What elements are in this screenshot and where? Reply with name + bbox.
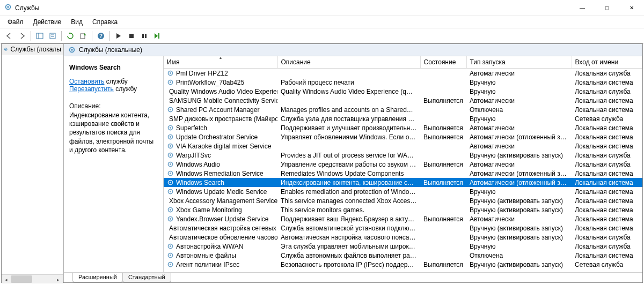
col-header-name[interactable]: Имя▴ (164, 56, 277, 69)
start-service-button[interactable] (113, 30, 125, 42)
service-state (420, 78, 466, 87)
toolbar: ? (0, 28, 644, 43)
menu-action[interactable]: Действие (29, 17, 66, 27)
table-row[interactable]: Shared PC Account ManagerManages profile… (164, 105, 642, 114)
svg-rect-2 (36, 33, 43, 39)
properties-button[interactable] (47, 30, 58, 42)
service-startup: Вручную (активировать запуск) (466, 260, 572, 269)
service-name: Автоматическая настройка сетевых ... (169, 225, 277, 232)
svg-point-15 (5, 49, 6, 50)
service-description: Manages profiles and accounts on a Share… (277, 105, 420, 114)
svg-rect-4 (50, 33, 55, 39)
restart-service-button[interactable] (151, 30, 163, 42)
col-header-description[interactable]: Описание (277, 56, 420, 69)
service-name: Автонастройка WWAN (176, 243, 243, 250)
service-state: Выполняется (420, 214, 466, 223)
restart-service-link[interactable]: Перезапустить (69, 85, 114, 93)
svg-point-35 (170, 145, 171, 147)
service-name: VIA Karaoke digital mixer Service (176, 143, 271, 150)
service-name: WarpJITSvc (176, 152, 211, 159)
svg-point-59 (170, 255, 171, 256)
service-logon: Локальная система (572, 205, 642, 214)
tree-scroll-left[interactable]: ◂ (2, 275, 11, 282)
table-row[interactable]: SMP дисковых пространств (Майкрос...Служ… (164, 114, 642, 123)
tree-scroll-thumb[interactable] (11, 275, 32, 282)
service-icon (167, 79, 174, 86)
table-row[interactable]: Автономные файлыСлужба автономных файлов… (164, 251, 642, 260)
table-row[interactable]: Xbox Accessory Management ServiceThis se… (164, 196, 642, 205)
description-label: Описание: (69, 102, 158, 110)
service-state (420, 87, 466, 96)
pause-service-button[interactable] (138, 30, 150, 42)
show-hide-tree-button[interactable] (34, 30, 46, 42)
table-row[interactable]: Автоматическое обновление часово...Автом… (164, 233, 642, 242)
service-state (420, 105, 466, 114)
svg-rect-11 (142, 34, 144, 38)
service-icon (167, 124, 174, 131)
tab-extended[interactable]: Расширенный (72, 273, 123, 282)
service-name: Update Orchestrator Service (176, 133, 258, 141)
tree-root-services[interactable]: Службы (локалы (2, 44, 63, 55)
menu-file[interactable]: Файл (3, 17, 28, 27)
service-logon: Локальная система (572, 223, 642, 233)
stop-service-button[interactable] (126, 30, 137, 42)
service-startup: Автоматически (отложенный запуск) (466, 132, 572, 141)
service-logon: Локальная система (572, 169, 642, 178)
titlebar: Службы — □ ✕ (0, 0, 644, 16)
table-row[interactable]: SAMSUNG Mobile Connectivity ServiceВыпол… (164, 96, 642, 105)
menu-help[interactable]: Справка (88, 17, 122, 27)
minimize-button[interactable]: — (570, 0, 595, 16)
table-row[interactable]: Windows AudioУправление средствами работ… (164, 160, 642, 169)
service-description: Поддерживает ваш Яндекс.Браузер в актуал… (277, 214, 420, 223)
col-header-state[interactable]: Состояние (420, 56, 466, 69)
tab-standard[interactable]: Стандартный (122, 273, 171, 282)
svg-point-57 (170, 245, 171, 247)
forward-button[interactable] (16, 30, 28, 42)
table-row[interactable]: Windows Update Medic ServiceEnables reme… (164, 187, 642, 196)
table-row[interactable]: SuperfetchПоддерживает и улучшает произв… (164, 123, 642, 132)
svg-point-19 (170, 72, 171, 74)
col-header-logon[interactable]: Вход от имени (572, 56, 642, 69)
table-row[interactable]: Update Orchestrator ServiceУправляет обн… (164, 132, 642, 141)
service-name: SMP дисковых пространств (Майкрос... (169, 115, 277, 123)
service-startup: Вручную (активировать запуск) (466, 151, 572, 160)
service-icon (167, 161, 174, 168)
export-button[interactable] (77, 30, 89, 42)
svg-rect-7 (80, 34, 85, 39)
service-description: Управляет обновлениями Windows. Если она… (277, 132, 420, 141)
service-description: Служба автоматической установки подключе… (277, 223, 420, 233)
table-row[interactable]: Xbox Game MonitoringThis service monitor… (164, 205, 642, 214)
col-header-startup[interactable]: Тип запуска (466, 56, 572, 69)
table-row[interactable]: Pml Driver HPZ12АвтоматическиЛокальная с… (164, 69, 642, 78)
stop-service-link[interactable]: Остановить (69, 78, 105, 85)
table-row[interactable]: Windows SearchИндексирование контента, к… (164, 178, 642, 187)
service-description (277, 96, 420, 105)
tree-scroll-right[interactable]: ▸ (54, 275, 63, 282)
service-icon (167, 252, 174, 259)
service-state (420, 196, 466, 205)
service-icon (167, 188, 174, 195)
service-description: Служба узла для поставщика управления ди… (277, 114, 420, 123)
refresh-button[interactable] (64, 30, 76, 42)
table-row[interactable]: Агент политики IPsecБезопасность протоко… (164, 260, 642, 269)
table-row[interactable]: VIA Karaoke digital mixer ServiceАвтомат… (164, 141, 642, 151)
table-row[interactable]: WarpJITSvcProvides a JIT out of process … (164, 151, 642, 160)
table-row[interactable]: Автоматическая настройка сетевых ...Служ… (164, 223, 642, 233)
service-name: Windows Remediation Service (176, 170, 264, 177)
table-row[interactable]: PrintWorkflow_70ab425Рабочий процесс печ… (164, 78, 642, 87)
svg-text:?: ? (99, 33, 103, 39)
table-row[interactable]: Автонастройка WWANЭта служба управляет м… (164, 242, 642, 251)
menu-view[interactable]: Вид (67, 17, 87, 27)
svg-point-1 (7, 6, 9, 8)
table-row[interactable]: Quality Windows Audio Video ExperienceQu… (164, 87, 642, 96)
maximize-button[interactable]: □ (595, 0, 619, 16)
table-row[interactable]: Yandex.Browser Update ServiceПоддерживае… (164, 214, 642, 223)
service-name: Агент политики IPsec (176, 261, 239, 268)
service-state (420, 205, 466, 214)
service-name: Windows Audio (176, 161, 220, 168)
table-row[interactable]: Windows Remediation ServiceRemediates Wi… (164, 169, 642, 178)
close-button[interactable]: ✕ (619, 0, 644, 16)
back-button[interactable] (3, 30, 15, 42)
help-button[interactable]: ? (95, 30, 107, 42)
service-startup: Вручную (активировать запуск) (466, 233, 572, 242)
